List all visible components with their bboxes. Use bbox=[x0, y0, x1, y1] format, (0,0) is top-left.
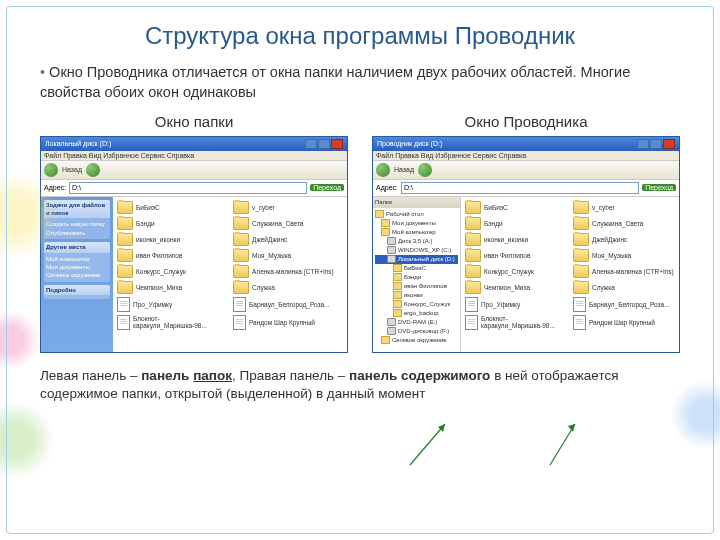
tasks-header: Подробно bbox=[44, 285, 110, 295]
list-item[interactable]: Про_Уфимку bbox=[117, 297, 227, 312]
folder-icon bbox=[117, 265, 133, 278]
tree-node[interactable]: иван Филлипов bbox=[375, 282, 458, 291]
folder-icon bbox=[465, 265, 481, 278]
file-icon bbox=[573, 315, 586, 330]
forward-icon[interactable] bbox=[418, 163, 432, 177]
folder-icon bbox=[117, 201, 133, 214]
tree-node[interactable]: Сетевое окружение bbox=[375, 336, 458, 345]
slide-title: Структура окна программы Проводник bbox=[0, 0, 720, 62]
window-controls[interactable] bbox=[305, 139, 343, 149]
go-button[interactable]: Переход bbox=[642, 184, 676, 191]
tree-node[interactable]: Мой компьютер bbox=[375, 228, 458, 237]
list-item[interactable]: Рандом Шар Крупный bbox=[573, 315, 675, 330]
folder-icon bbox=[233, 233, 249, 246]
folder-icon bbox=[117, 281, 133, 294]
list-item[interactable]: Чемпион_Миха bbox=[465, 281, 567, 294]
folder-icon bbox=[465, 233, 481, 246]
tree-node[interactable]: WINDOWS_XP (C:) bbox=[375, 246, 458, 255]
tree-node[interactable]: Диск 3,5 (A:) bbox=[375, 237, 458, 246]
back-icon[interactable] bbox=[44, 163, 58, 177]
col-title-right: Окно Проводника bbox=[372, 113, 680, 130]
pointer-arrows bbox=[380, 420, 660, 470]
list-item[interactable]: иконки_иконки bbox=[465, 233, 567, 246]
list-item[interactable]: Моя_Музыка bbox=[233, 249, 343, 262]
list-item[interactable]: Моя_Музыка bbox=[573, 249, 675, 262]
tree-node[interactable]: Мои документы bbox=[375, 219, 458, 228]
list-item[interactable]: иконки_иконки bbox=[117, 233, 227, 246]
task-item[interactable]: Сетевое окружение bbox=[46, 271, 108, 279]
folder-icon bbox=[233, 249, 249, 262]
addr-input[interactable] bbox=[401, 182, 639, 194]
task-item[interactable]: Мои документы bbox=[46, 263, 108, 271]
tasks-header: Другие места bbox=[44, 242, 110, 252]
folder-tree: Папки Рабочий стол Мои документы Мой ком… bbox=[373, 197, 461, 352]
addr-input[interactable] bbox=[69, 182, 307, 194]
tree-node[interactable]: иконки bbox=[375, 291, 458, 300]
list-item[interactable]: Служка bbox=[233, 281, 343, 294]
content-pane: БиБиэС v_cyber Бэнди Служкина_Света икон… bbox=[461, 197, 679, 352]
tree-node[interactable]: DVD-дисковод (F:) bbox=[375, 327, 458, 336]
folder-icon bbox=[573, 201, 589, 214]
back-icon[interactable] bbox=[376, 163, 390, 177]
folder-icon bbox=[573, 217, 589, 230]
folder-icon bbox=[573, 281, 589, 294]
list-item[interactable]: иван Филлипов bbox=[117, 249, 227, 262]
list-item[interactable]: Рандом Шар Крупный bbox=[233, 315, 343, 330]
folder-icon bbox=[465, 281, 481, 294]
tree-node[interactable]: DVD-RAM (E:) bbox=[375, 318, 458, 327]
list-item[interactable]: Аленка-малинка (CTR+Ins) bbox=[233, 265, 343, 278]
list-item[interactable]: Бэнди bbox=[465, 217, 567, 230]
list-item[interactable]: БиБиэС bbox=[117, 201, 227, 214]
svg-line-0 bbox=[410, 424, 445, 465]
svg-marker-3 bbox=[568, 424, 575, 432]
list-item[interactable]: Блокнот-каракули_Маришка-98... bbox=[465, 315, 567, 330]
file-icon bbox=[465, 297, 478, 312]
folder-icon bbox=[117, 249, 133, 262]
back-label: Назад bbox=[62, 166, 82, 173]
file-icon bbox=[117, 315, 130, 330]
toolbar[interactable]: Назад bbox=[41, 161, 347, 180]
folder-window: Локальный диск (D:) Файл Правка Вид Избр… bbox=[40, 136, 348, 353]
toolbar[interactable]: Назад bbox=[373, 161, 679, 180]
folder-icon bbox=[233, 217, 249, 230]
task-item[interactable]: Мой компьютер bbox=[46, 255, 108, 263]
window-controls[interactable] bbox=[637, 139, 675, 149]
explorer-window: Проводник диск (D:) Файл Правка Вид Избр… bbox=[372, 136, 680, 353]
list-item[interactable]: Бэнди bbox=[117, 217, 227, 230]
list-item[interactable]: Про_Уфимку bbox=[465, 297, 567, 312]
forward-icon[interactable] bbox=[86, 163, 100, 177]
folder-icon bbox=[233, 265, 249, 278]
list-item[interactable]: v_cyber bbox=[573, 201, 675, 214]
list-item[interactable]: ДжейДжинс bbox=[573, 233, 675, 246]
file-icon bbox=[465, 315, 478, 330]
tree-node[interactable]: Бэнди bbox=[375, 273, 458, 282]
list-item[interactable]: Служкина_Света bbox=[233, 217, 343, 230]
list-item[interactable]: Барнаул_Белгород_Роза... bbox=[573, 297, 675, 312]
list-item[interactable]: Служка bbox=[573, 281, 675, 294]
list-item[interactable]: Барнаул_Белгород_Роза... bbox=[233, 297, 343, 312]
svg-marker-1 bbox=[438, 424, 445, 432]
list-item[interactable]: Чемпион_Миха bbox=[117, 281, 227, 294]
file-icon bbox=[117, 297, 130, 312]
tree-node-selected[interactable]: Локальный диск (D:) bbox=[375, 255, 458, 264]
tree-node[interactable]: Конкурс_Служук bbox=[375, 300, 458, 309]
menubar[interactable]: Файл Правка Вид Избранное Сервис Справка bbox=[41, 151, 347, 161]
tree-node[interactable]: ergo_backup bbox=[375, 309, 458, 318]
file-icon bbox=[233, 297, 246, 312]
go-button[interactable]: Переход bbox=[310, 184, 344, 191]
tree-node[interactable]: Рабочий стол bbox=[375, 210, 458, 219]
list-item[interactable]: v_cyber bbox=[233, 201, 343, 214]
list-item[interactable]: иван Филлипов bbox=[465, 249, 567, 262]
col-title-left: Окно папки bbox=[40, 113, 348, 130]
list-item[interactable]: БиБиэС bbox=[465, 201, 567, 214]
tree-node[interactable]: БиБиэС bbox=[375, 264, 458, 273]
list-item[interactable]: Конкурс_Служук bbox=[117, 265, 227, 278]
list-item[interactable]: Блокнот-каракули_Маришка-98... bbox=[117, 315, 227, 330]
list-item[interactable]: ДжейДжинс bbox=[233, 233, 343, 246]
folder-icon bbox=[573, 249, 589, 262]
list-item[interactable]: Служкина_Света bbox=[573, 217, 675, 230]
list-item[interactable]: Аленка-малинка (CTR+Ins) bbox=[573, 265, 675, 278]
menubar[interactable]: Файл Правка Вид Избранное Сервис Справка bbox=[373, 151, 679, 161]
list-item[interactable]: Конкурс_Служук bbox=[465, 265, 567, 278]
folder-icon bbox=[465, 217, 481, 230]
